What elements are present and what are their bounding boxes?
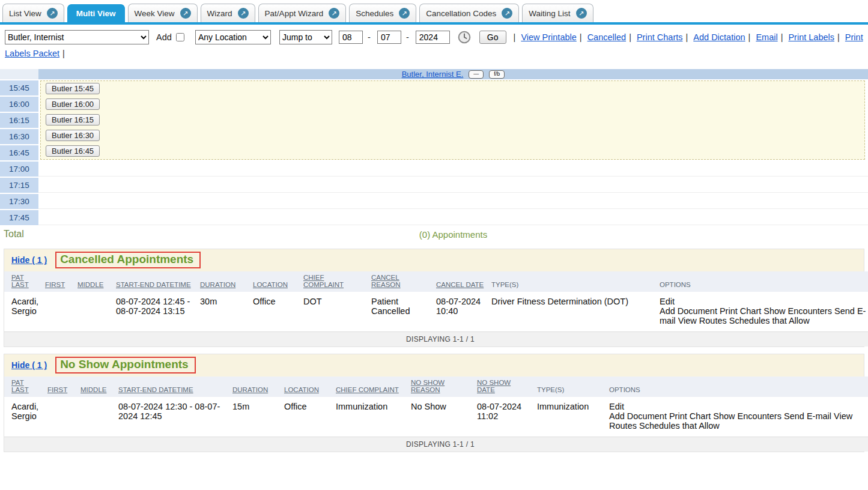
col-header-no-show-reason[interactable]: NO SHOW REASON: [411, 379, 445, 393]
time-label: 15:45: [0, 80, 38, 95]
option-show-encounters[interactable]: Show Encounters: [713, 411, 782, 421]
col-header-chief-complaint[interactable]: CHIEF COMPLAINT: [336, 386, 399, 393]
time-column: 15:45 16:00 16:15 16:30 16:45 17:00 17:1…: [0, 79, 38, 226]
cell-location: Office: [249, 292, 300, 332]
option-print-chart[interactable]: Print Chart: [720, 306, 761, 316]
cancelled-appointments-section: Hide ( 1 ) Cancelled Appointments PAT LA…: [4, 249, 864, 347]
schedule-empty-row-1745: [38, 209, 868, 225]
col-header-pat-last[interactable]: PAT LAST: [11, 274, 29, 288]
col-header-first[interactable]: FIRST: [45, 281, 65, 288]
date-year-input[interactable]: [416, 31, 450, 44]
col-header-duration[interactable]: DURATION: [200, 281, 235, 288]
open-new-window-icon[interactable]: ↗: [502, 8, 512, 19]
col-header-cancel-date[interactable]: CANCEL DATE: [436, 281, 484, 288]
option-add-document[interactable]: Add Document: [660, 306, 717, 316]
option-edit[interactable]: Edit: [609, 402, 624, 411]
tab-cancellation-codes[interactable]: Cancellation Codes ↗: [419, 4, 519, 22]
col-header-location[interactable]: LOCATION: [284, 386, 319, 393]
date-day-input[interactable]: [377, 31, 401, 44]
option-edit[interactable]: Edit: [660, 297, 675, 306]
tab-multi-view[interactable]: Multi View: [67, 4, 125, 22]
clock-icon[interactable]: [458, 31, 471, 44]
slot-button-1615[interactable]: Butler 16:15: [46, 114, 100, 126]
col-header-start-end[interactable]: START-END DATETIME: [118, 386, 193, 393]
link-view-printable[interactable]: View Printable: [521, 32, 576, 42]
tab-label: Wizard: [207, 9, 232, 18]
link-cancelled[interactable]: Cancelled: [587, 32, 627, 42]
link-print-charts[interactable]: Print Charts: [637, 32, 683, 42]
schedule-empty-row-1730: [38, 193, 868, 209]
provider-header-link[interactable]: Butler, Internist E.: [402, 70, 464, 79]
no-show-appointment-row: Acardi, Sergio 08-07-2024 12:30 - 08-07-…: [4, 397, 868, 437]
open-new-window-icon[interactable]: ↗: [329, 8, 339, 19]
multi-view-schedule: Butler, Internist E. — f/b 15:45 16:00 1…: [0, 69, 868, 242]
hide-cancelled-link[interactable]: Hide ( 1 ): [11, 255, 47, 265]
col-header-middle[interactable]: MIDDLE: [80, 386, 106, 393]
no-show-section-header: Hide ( 1 ) No Show Appointments: [4, 354, 864, 377]
col-header-no-show-date[interactable]: NO SHOW DATE: [477, 379, 511, 393]
tab-label: List View: [9, 9, 41, 18]
jump-to-select[interactable]: Jump to: [279, 30, 332, 44]
time-label: 17:00: [0, 162, 38, 177]
cell-start-end: 08-07-2024 12:45 - 08-07-2024 13:15: [112, 292, 196, 332]
add-checkbox[interactable]: [176, 33, 184, 41]
option-schedules-that-allow[interactable]: Schedules that Allow: [639, 421, 720, 431]
option-add-document[interactable]: Add Document: [609, 411, 667, 421]
tab-pat-appt-wizard[interactable]: Pat/Appt Wizard ↗: [258, 4, 347, 22]
open-new-window-icon[interactable]: ↗: [399, 8, 410, 19]
cell-pat-last: Acardi, Sergio: [4, 292, 41, 332]
slot-button-1630[interactable]: Butler 16:30: [46, 130, 100, 141]
fb-button[interactable]: f/b: [489, 70, 505, 79]
go-button[interactable]: Go: [479, 31, 506, 44]
open-new-window-icon[interactable]: ↗: [238, 8, 249, 19]
col-header-location[interactable]: LOCATION: [253, 281, 288, 288]
option-schedules-that-allow[interactable]: Schedules that Allow: [729, 316, 810, 325]
col-header-chief-complaint[interactable]: CHIEF COMPLAINT: [303, 274, 344, 288]
hide-no-show-link[interactable]: Hide ( 1 ): [11, 360, 47, 370]
option-send-email[interactable]: Send E-mail: [784, 411, 831, 421]
col-header-duration[interactable]: DURATION: [232, 386, 268, 393]
cancelled-displaying-row: DISPLAYING 1-1 / 1: [4, 332, 868, 347]
slot-button-1600[interactable]: Butler 16:00: [46, 98, 100, 110]
location-select[interactable]: Any Location: [195, 30, 271, 44]
provider-column-header: Butler, Internist E. — f/b: [38, 69, 868, 79]
slot-button-1545[interactable]: Butler 15:45: [46, 83, 100, 94]
link-email[interactable]: Email: [756, 32, 777, 42]
link-print-labels[interactable]: Print Labels: [788, 32, 834, 42]
tab-list-view[interactable]: List View ↗: [2, 4, 64, 22]
tab-schedules[interactable]: Schedules ↗: [349, 4, 416, 22]
col-header-start-end[interactable]: START-END DATETIME: [116, 281, 191, 288]
provider-select[interactable]: Butler, Internist: [5, 30, 149, 44]
no-show-displaying-row: DISPLAYING 1-1 / 1: [4, 437, 868, 452]
date-separator: -: [368, 32, 371, 42]
open-new-window-icon[interactable]: ↗: [576, 8, 587, 19]
collapse-column-button[interactable]: —: [469, 70, 484, 79]
cell-chief-complaint: DOT: [300, 292, 368, 332]
date-month-input[interactable]: [339, 31, 363, 44]
open-new-window-icon[interactable]: ↗: [180, 8, 191, 19]
tab-wizard[interactable]: Wizard ↗: [201, 4, 255, 22]
cell-types: Driver Fitness Determination (DOT): [488, 292, 656, 332]
cell-location: Office: [281, 397, 332, 437]
open-new-window-icon[interactable]: ↗: [47, 8, 58, 19]
col-header-middle[interactable]: MIDDLE: [77, 281, 103, 288]
tab-waiting-list[interactable]: Waiting List ↗: [522, 4, 593, 22]
cell-chief-complaint: Immunization: [332, 397, 407, 437]
cell-duration: 30m: [196, 292, 249, 332]
link-separator: |: [629, 32, 631, 42]
slot-button-1645[interactable]: Butler 16:45: [46, 145, 100, 157]
tab-label: Week View: [135, 9, 175, 18]
option-view-routes[interactable]: View Routes: [678, 316, 727, 325]
col-header-pat-last[interactable]: PAT LAST: [11, 379, 29, 393]
col-header-options: OPTIONS: [609, 386, 640, 393]
tab-week-view[interactable]: Week View ↗: [128, 4, 198, 22]
col-header-first[interactable]: FIRST: [47, 386, 67, 393]
option-show-encounters[interactable]: Show Encounters: [763, 306, 832, 316]
link-add-dictation[interactable]: Add Dictation: [693, 32, 745, 42]
link-separator: |: [62, 49, 65, 58]
no-show-section-title: No Show Appointments: [55, 357, 196, 374]
schedule-empty-row-1700: [38, 160, 868, 177]
option-print-chart[interactable]: Print Chart: [669, 411, 711, 421]
cancelled-section-header: Hide ( 1 ) Cancelled Appointments: [4, 249, 864, 271]
col-header-cancel-reason[interactable]: CANCEL REASON: [371, 274, 401, 288]
